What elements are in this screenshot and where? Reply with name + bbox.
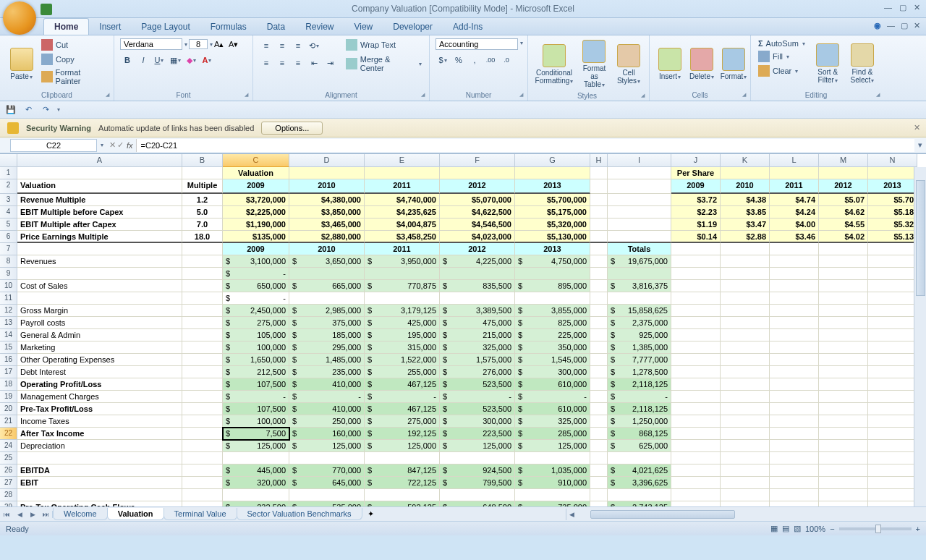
- view-layout-icon[interactable]: ▤: [782, 524, 789, 533]
- cell[interactable]: [608, 194, 671, 206]
- cell[interactable]: [590, 167, 608, 179]
- valuation-value[interactable]: $135,000: [223, 231, 289, 243]
- data-cell[interactable]: [365, 489, 440, 501]
- data-cell[interactable]: [515, 292, 590, 305]
- total-cell[interactable]: [608, 452, 671, 464]
- cell[interactable]: [721, 415, 770, 428]
- col-header-f[interactable]: F: [440, 154, 515, 167]
- valuation-value[interactable]: $1,190,000: [223, 219, 289, 231]
- row-label[interactable]: Management Charges: [17, 391, 182, 403]
- formula-input[interactable]: [136, 139, 914, 152]
- total-cell[interactable]: $19,675,000: [608, 255, 671, 268]
- cell[interactable]: [770, 292, 819, 305]
- cell[interactable]: [721, 243, 770, 255]
- data-cell[interactable]: $1,545,000: [515, 354, 590, 366]
- cell[interactable]: [819, 428, 868, 440]
- year-header[interactable]: 2009: [223, 179, 289, 194]
- row-label[interactable]: Revenue Multiple: [17, 194, 182, 206]
- row-header[interactable]: 18: [0, 378, 17, 391]
- data-cell[interactable]: [365, 268, 440, 280]
- data-cell[interactable]: $185,000: [289, 329, 365, 341]
- row-label[interactable]: EBITDA: [17, 464, 182, 477]
- data-cell[interactable]: $645,000: [289, 477, 365, 489]
- data-cell[interactable]: [223, 452, 289, 464]
- comma-icon[interactable]: ,: [467, 53, 482, 67]
- currency-icon[interactable]: $▾: [436, 53, 450, 67]
- cell[interactable]: [671, 428, 721, 440]
- cell[interactable]: [182, 415, 223, 428]
- cell[interactable]: [590, 415, 608, 428]
- valuation-value[interactable]: $5,130,000: [515, 231, 590, 243]
- total-cell[interactable]: $925,000: [608, 329, 671, 341]
- cell[interactable]: [671, 329, 721, 341]
- data-cell[interactable]: $7,500: [223, 428, 289, 440]
- year-header[interactable]: 2010: [289, 179, 365, 194]
- data-cell[interactable]: $125,000: [440, 440, 515, 452]
- data-cell[interactable]: $3,855,000: [515, 305, 590, 317]
- cell[interactable]: [770, 440, 819, 452]
- data-cell[interactable]: $300,000: [515, 366, 590, 378]
- cell[interactable]: [590, 280, 608, 292]
- spreadsheet-grid[interactable]: A B C D E F G H I J K L M N 1ValuationPe…: [0, 153, 926, 506]
- row-header[interactable]: 22: [0, 428, 17, 440]
- cell[interactable]: [182, 329, 223, 341]
- year-header[interactable]: 2009: [671, 179, 721, 194]
- total-cell[interactable]: [608, 489, 671, 501]
- border-button[interactable]: ▦▾: [168, 53, 182, 67]
- cell[interactable]: [770, 464, 819, 477]
- per-share-value[interactable]: $3.47: [721, 219, 770, 231]
- fill-color-button[interactable]: ◆▾: [184, 53, 198, 67]
- data-cell[interactable]: $-: [515, 391, 590, 403]
- per-share-header[interactable]: Per Share: [671, 167, 721, 179]
- undo-icon[interactable]: ↶: [22, 103, 35, 116]
- cell[interactable]: [770, 354, 819, 366]
- zoom-slider[interactable]: [839, 527, 912, 530]
- row-label[interactable]: EBIT: [17, 477, 182, 489]
- cell[interactable]: [590, 231, 608, 243]
- cell[interactable]: [721, 255, 770, 268]
- cell[interactable]: [182, 268, 223, 280]
- data-cell[interactable]: $325,000: [515, 415, 590, 428]
- cell[interactable]: [182, 501, 223, 506]
- data-cell[interactable]: $125,000: [365, 440, 440, 452]
- tab-view[interactable]: View: [344, 19, 383, 35]
- cell[interactable]: [770, 341, 819, 354]
- cell[interactable]: [868, 280, 917, 292]
- total-cell[interactable]: [608, 268, 671, 280]
- tab-data[interactable]: Data: [257, 19, 295, 35]
- cell[interactable]: [721, 440, 770, 452]
- cell[interactable]: [671, 452, 721, 464]
- per-share-value[interactable]: $2.88: [721, 231, 770, 243]
- cell[interactable]: [819, 255, 868, 268]
- row-header[interactable]: 8: [0, 255, 17, 268]
- cell[interactable]: [770, 317, 819, 329]
- data-cell[interactable]: $895,000: [515, 280, 590, 292]
- cell[interactable]: [608, 167, 671, 179]
- data-cell[interactable]: $1,035,000: [515, 464, 590, 477]
- row-label[interactable]: [17, 268, 182, 280]
- row-label[interactable]: Marketing: [17, 341, 182, 354]
- cell[interactable]: [819, 243, 868, 255]
- cell[interactable]: [721, 403, 770, 415]
- select-all-corner[interactable]: [0, 154, 17, 167]
- row-header[interactable]: 6: [0, 231, 17, 243]
- increase-indent-icon[interactable]: ⇥: [323, 56, 337, 70]
- data-cell[interactable]: [365, 292, 440, 305]
- cell[interactable]: [590, 194, 608, 206]
- row-header[interactable]: 25: [0, 452, 17, 464]
- align-bottom-icon[interactable]: ≡: [291, 38, 305, 53]
- data-cell[interactable]: $125,000: [515, 440, 590, 452]
- cell[interactable]: [590, 206, 608, 219]
- data-cell[interactable]: $835,500: [440, 280, 515, 292]
- cell[interactable]: [671, 317, 721, 329]
- row-label[interactable]: [17, 452, 182, 464]
- data-cell[interactable]: $535,000: [289, 501, 365, 506]
- close-workbook-icon[interactable]: ✕: [914, 21, 920, 30]
- year-header[interactable]: 2013: [868, 179, 917, 194]
- valuation-value[interactable]: $4,023,000: [440, 231, 515, 243]
- name-box[interactable]: C22: [10, 139, 97, 152]
- cell[interactable]: [819, 280, 868, 292]
- fill-button[interactable]: Fill▾: [757, 50, 810, 63]
- year-header[interactable]: 2010: [721, 179, 770, 194]
- row-label[interactable]: Cost of Sales: [17, 280, 182, 292]
